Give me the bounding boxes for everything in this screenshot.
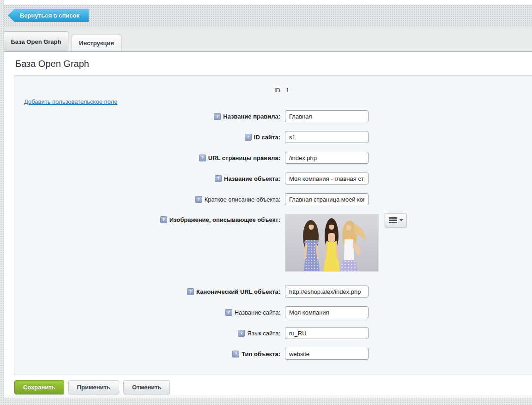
field-value-cell <box>285 152 369 164</box>
help-icon[interactable]: ? <box>187 288 194 295</box>
cancel-button[interactable]: Отменить <box>123 380 170 394</box>
field-label-cell: ?Краткое описание объекта <box>14 196 283 203</box>
field-label-cell: ?Язык сайта <box>14 330 283 337</box>
field-value-cell <box>285 327 369 339</box>
page: Вернуться в список База Open Graph Инстр… <box>4 0 532 398</box>
form-field-row: ?Краткое описание объекта <box>14 193 532 205</box>
field-input[interactable] <box>285 286 369 298</box>
context-toolbar: Вернуться в список <box>4 5 532 26</box>
action-buttons: Сохранить Применить Отменить <box>14 380 532 394</box>
help-icon[interactable]: ? <box>238 330 245 337</box>
form-field-row: ?Язык сайта <box>14 327 532 339</box>
field-label: Название правила <box>223 113 280 120</box>
field-value-cell <box>285 214 407 272</box>
field-input[interactable] <box>285 327 369 339</box>
content-area: База Open Graph ID 1 Добавить пользовате… <box>4 51 532 398</box>
form-field-row: ?Изображение, описывающее объект <box>14 214 532 272</box>
form-field-row: ?URL страницы правила <box>14 152 532 164</box>
field-label-cell: ?ID сайта <box>14 134 283 141</box>
form-field-row: ?Канонический URL объекта <box>14 286 532 298</box>
field-value-cell <box>285 286 369 298</box>
field-input[interactable] <box>285 173 369 185</box>
field-label: Канонический URL объекта <box>196 288 280 295</box>
form-box: ID 1 Добавить пользовательское поле ?Наз… <box>14 75 532 375</box>
help-icon[interactable]: ? <box>160 216 167 223</box>
back-to-list-button[interactable]: Вернуться в список <box>8 9 89 22</box>
form-field-row: ?Тип объекта <box>14 348 532 360</box>
field-input[interactable] <box>285 193 369 205</box>
field-label-cell: ?Тип объекта <box>14 351 283 357</box>
field-label-cell: ?Изображение, описывающее объект <box>14 214 283 223</box>
field-label-cell: ?Название правила <box>14 113 283 120</box>
apply-button[interactable]: Применить <box>68 380 119 394</box>
help-icon[interactable]: ? <box>215 175 222 182</box>
help-icon[interactable]: ? <box>199 155 206 161</box>
field-input[interactable] <box>285 306 369 318</box>
save-button[interactable]: Сохранить <box>14 380 64 394</box>
tab-instruction[interactable]: Инструкция <box>72 35 121 51</box>
field-label: URL страницы правила <box>208 155 280 161</box>
help-icon[interactable]: ? <box>214 113 221 120</box>
tab-strip: База Open Graph Инструкция <box>4 26 532 51</box>
field-value-cell <box>285 110 369 122</box>
menu-icon <box>389 216 397 224</box>
field-value-cell <box>285 306 369 318</box>
field-label: Краткое описание объекта <box>205 196 280 203</box>
form-field-row: ?Название сайта <box>14 306 532 318</box>
help-icon[interactable]: ? <box>232 351 239 357</box>
field-label: ID сайта <box>254 134 280 141</box>
og-image-widget <box>285 214 407 272</box>
field-label: Тип объекта <box>242 351 280 357</box>
id-label: ID <box>14 87 283 94</box>
image-menu-button[interactable] <box>385 213 407 227</box>
field-value-cell <box>285 348 369 360</box>
field-label: Изображение, описывающее объект <box>169 216 280 223</box>
help-icon[interactable]: ? <box>245 134 252 141</box>
field-input[interactable] <box>285 348 369 360</box>
field-label: Название сайта <box>235 309 280 316</box>
tab-opengraph-base[interactable]: База Open Graph <box>4 31 68 51</box>
field-value-cell <box>285 193 369 205</box>
field-input[interactable] <box>285 152 369 164</box>
field-label-cell: ?Название объекта <box>14 175 283 182</box>
field-label-cell: ?Канонический URL объекта <box>14 288 283 295</box>
field-label: Название объекта <box>224 175 280 182</box>
form-field-row: ?ID сайта <box>14 131 532 143</box>
help-icon[interactable]: ? <box>195 196 202 203</box>
form-rows: ?Название правила?ID сайта?URL страницы … <box>14 110 532 360</box>
add-custom-field-link[interactable]: Добавить пользовательское поле <box>24 98 117 105</box>
field-input[interactable] <box>285 131 369 143</box>
field-label-cell: ?URL страницы правила <box>14 155 283 161</box>
top-spacer <box>4 0 532 5</box>
field-value-cell <box>285 131 369 143</box>
page-title: База Open Graph <box>15 59 532 69</box>
id-value: 1 <box>285 87 289 94</box>
form-field-row: ?Название правила <box>14 110 532 122</box>
id-row: ID 1 <box>14 87 532 94</box>
og-image-preview <box>285 214 379 272</box>
form-field-row: ?Название объекта <box>14 173 532 185</box>
field-value-cell <box>285 173 369 185</box>
field-label: Язык сайта <box>247 330 280 337</box>
help-icon[interactable]: ? <box>225 309 232 316</box>
field-input[interactable] <box>285 110 369 122</box>
chevron-down-icon <box>399 219 403 221</box>
field-label-cell: ?Название сайта <box>14 309 283 316</box>
add-custom-field-row: Добавить пользовательское поле <box>24 97 532 106</box>
